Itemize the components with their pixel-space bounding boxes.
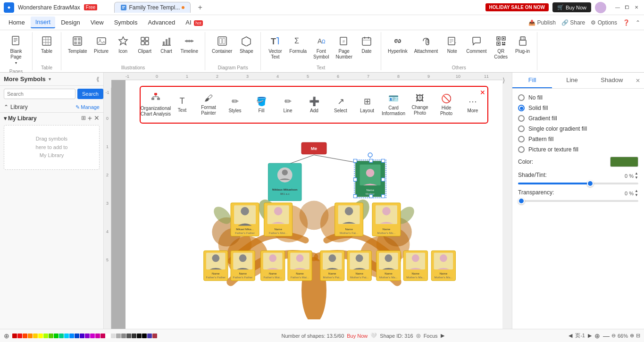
fill-option-solid[interactable]: Solid fill [518,105,638,111]
change-photo-button[interactable]: 🖼 ChangePhoto [407,92,433,118]
card-fff2[interactable]: Name Father's Father [231,250,255,281]
palette-orange-red[interactable] [23,334,27,338]
hide-photo-button[interactable]: 🚫 Hide Photo [433,92,460,118]
shade-stepper[interactable]: ▲ ▼ [635,172,638,180]
radio-picture[interactable] [518,146,525,153]
fill-option-none[interactable]: No fill [518,94,638,101]
palette-orange[interactable] [28,334,33,338]
search-input[interactable] [4,89,75,99]
format-painter-button[interactable]: 🖌 FormatPainter [195,92,222,118]
card-mm[interactable]: Name Mother's Mo... [372,203,401,236]
text-button-float[interactable]: T Text [169,94,195,115]
holiday-sale-button[interactable]: HOLIDAY SALE ON NOW [485,3,549,11]
card-info-button[interactable]: 🪪 CardInformation [380,92,407,118]
blank-page-button[interactable]: BlankPage ▾ [4,34,28,67]
share-button[interactable]: 🔗 Share [561,19,585,26]
card-mother[interactable]: Name Mother [353,153,386,198]
org-chart-analysis-button[interactable]: OrganizationalChart Analysis [142,91,169,119]
help-button[interactable]: ❓ [623,19,630,26]
card-mmf2[interactable]: Name Mother's Ma... [403,250,427,281]
transparency-slider-track[interactable] [518,200,638,202]
add-page[interactable]: ⊕ [594,332,600,340]
menu-ai[interactable]: AI hot [181,17,207,28]
tab-add-button[interactable]: + [194,2,206,13]
page-next[interactable]: ▶ [588,333,592,339]
maximize-button[interactable]: ⧠ [623,4,631,11]
palette-black2[interactable] [137,334,142,338]
close-button[interactable]: ✕ [633,4,640,11]
palette-yellow2[interactable] [38,334,43,338]
palette-yellow[interactable] [33,334,38,338]
tab-line[interactable]: Line [552,73,592,88]
card-fm[interactable]: Name Father's Mot... [264,203,293,236]
clipart-button[interactable]: Clipart [134,34,155,56]
sidebar-dropdown-icon[interactable]: ▾ [49,76,51,82]
palette-gray[interactable] [116,334,121,338]
buy-now-status[interactable]: Buy Now [347,333,368,339]
shape-button[interactable]: Shape [236,34,257,56]
buy-now-button[interactable]: 🛒 Buy Now [552,2,591,12]
container-button[interactable]: Container [209,34,235,56]
fill-button-float[interactable]: 🪣 Fill [248,94,275,116]
palette-teal[interactable] [59,334,64,338]
palette-black[interactable] [142,334,147,338]
right-panel-close[interactable]: ✕ [632,74,644,88]
palette-near-black[interactable] [132,334,136,338]
palette-green[interactable] [49,334,53,338]
card-mmm1[interactable]: Name Mother's Ma... [431,250,455,281]
table-button[interactable]: Table [36,34,57,56]
float-toolbar-close[interactable]: ✕ [480,89,485,96]
select-button-float[interactable]: ↗ Select [327,94,354,116]
palette-green2[interactable] [54,334,59,338]
comment-button[interactable]: Comment [463,34,489,56]
tab-shadow[interactable]: Shadow [592,73,632,88]
note-button[interactable]: Note [442,34,462,56]
manage-button[interactable]: ✎ Manage [75,104,100,110]
add-button-float[interactable]: ➕ Add [301,94,327,116]
my-library-expand-icon[interactable]: ▾ [4,115,7,122]
palette-blue[interactable] [69,334,74,338]
play-icon[interactable]: ▶ [441,333,444,339]
palette-dark-rose[interactable] [152,334,157,338]
picture-button[interactable]: Picture [91,34,112,56]
my-library-close-button[interactable]: ✕ [94,115,100,122]
zoom-plus-icon[interactable]: ⊕ [630,333,634,339]
timeline-button[interactable]: Timeline [178,34,201,56]
radio-solid-fill[interactable] [518,105,525,111]
plugin-button[interactable]: Plug-in [512,34,533,56]
publish-button[interactable]: 📤 Publish [528,19,556,26]
options-button[interactable]: ⚙ Options [591,19,617,26]
palette-indigo[interactable] [80,334,84,338]
zoom-out[interactable]: — [603,332,610,340]
fill-option-pattern[interactable]: Pattern fill [518,136,638,142]
shade-down[interactable]: ▼ [635,176,638,180]
qr-codes-button[interactable]: QRCodes [491,34,511,62]
vector-text-button[interactable]: T VectorText [265,34,285,62]
fill-option-gradient[interactable]: Gradient fill [518,115,638,122]
radio-single-gradient[interactable] [518,125,525,132]
palette-lime[interactable] [43,334,48,338]
menu-insert[interactable]: Insert [31,17,56,28]
chart-button[interactable]: Chart [156,34,177,56]
palette-mid-gray[interactable] [121,334,126,338]
palette-navy[interactable] [147,334,152,338]
card-ff[interactable]: Mikael Mika... Father's Father [231,203,259,236]
card-ffm2[interactable]: Name Father's Mat... [288,250,312,281]
palette-white[interactable] [106,334,110,338]
font-symbol-button[interactable]: AΩ FontSymbol [310,34,332,62]
minimize-button[interactable]: — [614,4,621,11]
attachment-button[interactable]: Attachment [411,34,441,56]
radio-pattern[interactable] [518,136,525,142]
sidebar-collapse-button[interactable]: ⟪ [96,76,100,83]
search-button[interactable]: Search [77,89,103,99]
palette-red[interactable] [12,334,17,338]
transparency-down[interactable]: ▼ [635,193,638,197]
palette-cyan[interactable] [64,334,69,338]
shade-slider-track[interactable] [518,183,638,184]
palette-light-gray[interactable] [111,334,116,338]
styles-button[interactable]: ✏ Styles [222,94,248,116]
menu-advanced[interactable]: Advanced [143,17,180,28]
menu-symbols[interactable]: Symbols [109,17,142,28]
card-mmf1[interactable]: Name Mother's Ma... [376,250,401,281]
palette-purple[interactable] [85,334,90,338]
